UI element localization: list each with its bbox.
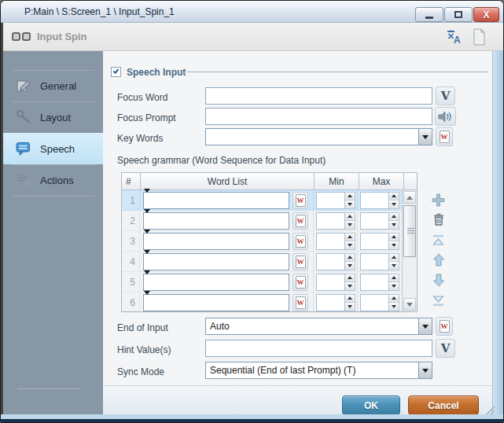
add-row-button[interactable] <box>430 192 446 208</box>
titlebar: P:Main \ S:Screen_1 \ Input_Spin_1 X <box>1 1 503 23</box>
move-down-button[interactable] <box>431 272 447 288</box>
spin-down-icon <box>348 285 352 288</box>
sidebar-item-general[interactable]: General <box>3 70 103 101</box>
spin-up-icon <box>348 194 352 197</box>
spin-down-icon <box>392 305 396 308</box>
min-spin-down-button[interactable] <box>345 262 355 270</box>
min-spin-down-button[interactable] <box>345 241 355 249</box>
max-input[interactable] <box>360 294 389 311</box>
max-spin-up-button[interactable] <box>389 274 399 282</box>
key-words-combobox[interactable] <box>205 128 432 145</box>
sidebar-item-layout[interactable]: Layout <box>3 101 103 133</box>
max-spin-up-button[interactable] <box>389 295 399 303</box>
hint-values-input[interactable] <box>205 340 432 357</box>
min-input[interactable] <box>316 192 345 209</box>
maximize-icon <box>454 11 462 18</box>
word-list-combobox[interactable] <box>143 274 289 291</box>
min-input[interactable] <box>316 233 345 250</box>
word-list-w-button[interactable]: W <box>292 212 308 230</box>
min-spin-down-button[interactable] <box>345 303 355 311</box>
variable-icon: V <box>441 89 451 103</box>
scroll-up-button[interactable] <box>403 191 416 204</box>
min-spin-down-button[interactable] <box>345 200 355 208</box>
min-input[interactable] <box>316 253 345 270</box>
table-row: 3 W <box>122 231 403 252</box>
max-spin-up-button[interactable] <box>389 234 399 241</box>
min-spin-up-button[interactable] <box>345 295 355 303</box>
max-input[interactable] <box>360 274 389 291</box>
close-button[interactable]: X <box>473 7 499 22</box>
focus-word-variable-button[interactable]: V <box>436 86 455 105</box>
chevron-down-icon <box>144 270 150 285</box>
min-spin-up-button[interactable] <box>345 234 355 241</box>
max-input[interactable] <box>360 253 389 270</box>
key-words-wordlist-button[interactable]: W <box>436 127 453 146</box>
min-input[interactable] <box>316 294 345 311</box>
max-spin-up-button[interactable] <box>389 254 399 262</box>
max-spin-down-button[interactable] <box>389 241 399 249</box>
plus-icon <box>432 193 445 207</box>
speech-input-checkbox[interactable] <box>111 67 121 77</box>
min-cell <box>314 231 358 251</box>
delete-row-button[interactable] <box>431 212 447 227</box>
max-input[interactable] <box>360 212 389 230</box>
max-spin-up-button[interactable] <box>389 193 399 200</box>
cancel-button[interactable]: Cancel <box>408 395 479 415</box>
max-spin-down-button[interactable] <box>389 221 399 229</box>
maximize-button[interactable] <box>444 7 473 22</box>
word-list-combobox[interactable] <box>143 253 289 270</box>
check-icon <box>113 68 120 74</box>
ok-button[interactable]: OK <box>342 395 400 415</box>
move-first-button[interactable] <box>430 232 446 248</box>
min-spin-down-button[interactable] <box>345 221 355 229</box>
word-list-w-button[interactable]: W <box>292 294 308 311</box>
word-list-w-button[interactable]: W <box>292 233 308 250</box>
spin-up-icon <box>348 215 352 218</box>
word-list-combobox[interactable] <box>143 233 289 250</box>
max-input[interactable] <box>360 192 389 209</box>
end-of-input-combobox[interactable]: Auto <box>205 318 432 335</box>
max-spin-down-button[interactable] <box>389 200 399 208</box>
word-list-combobox[interactable] <box>143 212 289 230</box>
max-spin-down-button[interactable] <box>389 282 399 290</box>
min-input[interactable] <box>316 274 345 291</box>
sidebar-item-actions[interactable]: Actions <box>3 164 103 196</box>
focus-prompt-play-button[interactable] <box>435 107 456 126</box>
word-doc-icon: W <box>440 320 450 333</box>
max-spin-up-button[interactable] <box>389 213 399 221</box>
scroll-down-button[interactable] <box>403 298 416 311</box>
min-spin-down-button[interactable] <box>345 282 355 290</box>
minimize-button[interactable] <box>415 7 443 22</box>
max-input[interactable] <box>360 233 389 250</box>
hint-values-variable-button[interactable]: V <box>436 339 455 358</box>
word-list-combobox[interactable] <box>143 192 289 209</box>
move-up-button[interactable] <box>431 252 447 267</box>
min-spin-up-button[interactable] <box>345 213 355 221</box>
word-list-w-button[interactable]: W <box>292 192 308 209</box>
spin-up-icon <box>392 276 396 279</box>
sidebar-item-speech[interactable]: Speech <box>3 133 103 164</box>
focus-prompt-input[interactable] <box>205 108 432 125</box>
max-spin-down-button[interactable] <box>389 303 399 311</box>
document-button[interactable] <box>469 28 488 46</box>
move-last-button[interactable] <box>430 292 446 308</box>
word-list-w-button[interactable]: W <box>292 253 308 270</box>
hint-values-label: Hint Value(s) <box>117 344 171 355</box>
table-scrollbar[interactable] <box>402 190 417 311</box>
word-list-combobox[interactable] <box>143 294 289 311</box>
max-spin-down-button[interactable] <box>389 262 399 270</box>
grammar-caption: Speech grammar (Word Sequence for Data I… <box>117 155 326 166</box>
scroll-thumb[interactable] <box>403 205 416 257</box>
header-bar: Input Spin A <box>1 23 503 51</box>
min-spin-up-button[interactable] <box>345 193 355 200</box>
focus-word-input[interactable] <box>205 87 432 105</box>
min-input[interactable] <box>316 212 345 230</box>
sync-mode-value: Sequential (End of last Prompt) (T) <box>210 365 414 376</box>
chevron-down-icon <box>418 362 432 378</box>
translate-button[interactable]: A <box>444 28 463 46</box>
word-list-w-button[interactable]: W <box>292 274 308 291</box>
min-spin-up-button[interactable] <box>345 254 355 262</box>
end-of-input-wordlist-button[interactable]: W <box>436 317 453 336</box>
sync-mode-combobox[interactable]: Sequential (End of last Prompt) (T) <box>205 362 432 379</box>
min-spin-up-button[interactable] <box>345 274 355 282</box>
